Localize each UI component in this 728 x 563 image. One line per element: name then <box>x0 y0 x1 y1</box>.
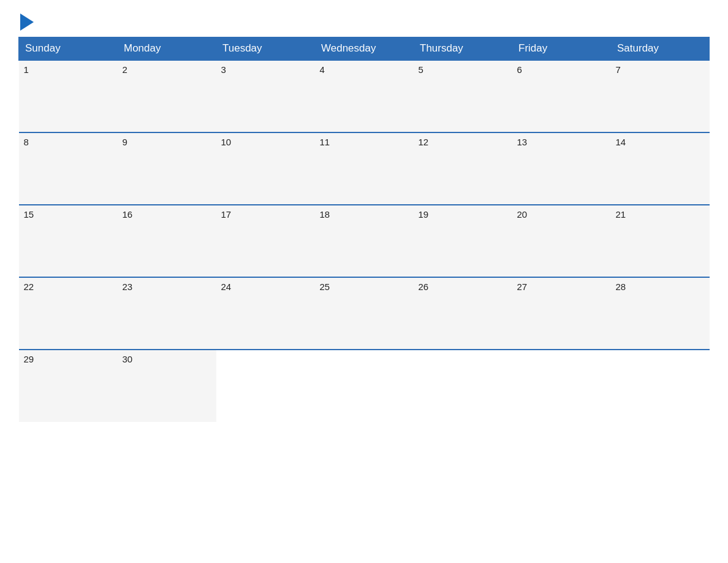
day-number: 9 <box>123 137 127 147</box>
weekday-header-wednesday: Wednesday <box>315 37 414 61</box>
calendar-day-cell: 28 <box>611 277 710 350</box>
calendar-day-cell: 3 <box>216 60 315 132</box>
day-number: 5 <box>419 64 423 75</box>
day-number: 19 <box>419 209 429 220</box>
day-number: 28 <box>616 282 626 292</box>
calendar-day-cell: 27 <box>512 277 611 350</box>
calendar-day-cell: 15 <box>19 205 118 277</box>
calendar-day-cell: 7 <box>611 60 710 132</box>
calendar-day-cell: 18 <box>315 205 414 277</box>
day-number: 6 <box>517 64 522 75</box>
day-number: 14 <box>616 137 626 147</box>
svg-marker-0 <box>20 13 34 31</box>
calendar-day-cell: 24 <box>216 277 315 350</box>
calendar-day-cell <box>611 350 710 422</box>
day-number: 8 <box>24 137 29 147</box>
day-number: 3 <box>221 64 226 75</box>
calendar-day-cell: 30 <box>118 350 216 422</box>
calendar-day-cell: 23 <box>118 277 216 350</box>
day-number: 30 <box>123 354 133 364</box>
day-number: 20 <box>517 209 528 220</box>
logo-row1 <box>18 12 34 31</box>
calendar-day-cell: 14 <box>611 132 710 205</box>
calendar-body: 1234567891011121314151617181920212223242… <box>19 60 710 422</box>
calendar-day-cell: 6 <box>512 60 611 132</box>
day-number: 4 <box>320 64 325 75</box>
weekday-header-friday: Friday <box>512 37 611 61</box>
calendar-day-cell: 10 <box>216 132 315 205</box>
calendar-day-cell: 1 <box>19 60 118 132</box>
day-number: 15 <box>24 209 34 220</box>
day-number: 26 <box>419 282 429 292</box>
day-number: 12 <box>419 137 429 147</box>
day-number: 7 <box>616 64 621 75</box>
calendar-header: SundayMondayTuesdayWednesdayThursdayFrid… <box>19 37 710 61</box>
calendar-day-cell <box>512 350 611 422</box>
calendar-table: SundayMondayTuesdayWednesdayThursdayFrid… <box>18 37 710 422</box>
calendar-day-cell: 16 <box>118 205 216 277</box>
weekday-header-thursday: Thursday <box>414 37 512 61</box>
calendar-day-cell: 12 <box>414 132 512 205</box>
day-number: 29 <box>24 354 34 364</box>
weekday-header-row: SundayMondayTuesdayWednesdayThursdayFrid… <box>19 37 710 61</box>
calendar-day-cell <box>315 350 414 422</box>
calendar-day-cell: 9 <box>118 132 216 205</box>
calendar-week-row: 22232425262728 <box>19 277 710 350</box>
calendar-week-row: 1234567 <box>19 60 710 132</box>
page-header <box>18 12 710 31</box>
logo-arrow-icon <box>20 13 34 31</box>
day-number: 18 <box>320 209 330 220</box>
weekday-header-saturday: Saturday <box>611 37 710 61</box>
weekday-header-tuesday: Tuesday <box>216 37 315 61</box>
day-number: 10 <box>221 137 232 147</box>
calendar-day-cell <box>216 350 315 422</box>
calendar-day-cell: 21 <box>611 205 710 277</box>
calendar-day-cell: 20 <box>512 205 611 277</box>
day-number: 27 <box>517 282 528 292</box>
day-number: 16 <box>123 209 133 220</box>
calendar-day-cell: 17 <box>216 205 315 277</box>
day-number: 2 <box>123 64 127 75</box>
calendar-day-cell: 22 <box>19 277 118 350</box>
calendar-week-row: 2930 <box>19 350 710 422</box>
calendar-week-row: 891011121314 <box>19 132 710 205</box>
calendar-day-cell: 29 <box>19 350 118 422</box>
calendar-day-cell: 26 <box>414 277 512 350</box>
calendar-day-cell: 25 <box>315 277 414 350</box>
day-number: 23 <box>123 282 133 292</box>
day-number: 25 <box>320 282 330 292</box>
calendar-day-cell: 5 <box>414 60 512 132</box>
logo-container <box>18 12 34 31</box>
calendar-day-cell: 8 <box>19 132 118 205</box>
day-number: 1 <box>24 64 29 75</box>
calendar-day-cell: 13 <box>512 132 611 205</box>
day-number: 13 <box>517 137 528 147</box>
day-number: 21 <box>616 209 626 220</box>
logo <box>18 12 34 31</box>
day-number: 17 <box>221 209 232 220</box>
calendar-day-cell: 19 <box>414 205 512 277</box>
day-number: 22 <box>24 282 34 292</box>
calendar-day-cell: 4 <box>315 60 414 132</box>
weekday-header-monday: Monday <box>118 37 216 61</box>
weekday-header-sunday: Sunday <box>19 37 118 61</box>
day-number: 24 <box>221 282 232 292</box>
calendar-day-cell <box>414 350 512 422</box>
calendar-day-cell: 11 <box>315 132 414 205</box>
calendar-day-cell: 2 <box>118 60 216 132</box>
day-number: 11 <box>320 137 330 147</box>
calendar-week-row: 15161718192021 <box>19 205 710 277</box>
